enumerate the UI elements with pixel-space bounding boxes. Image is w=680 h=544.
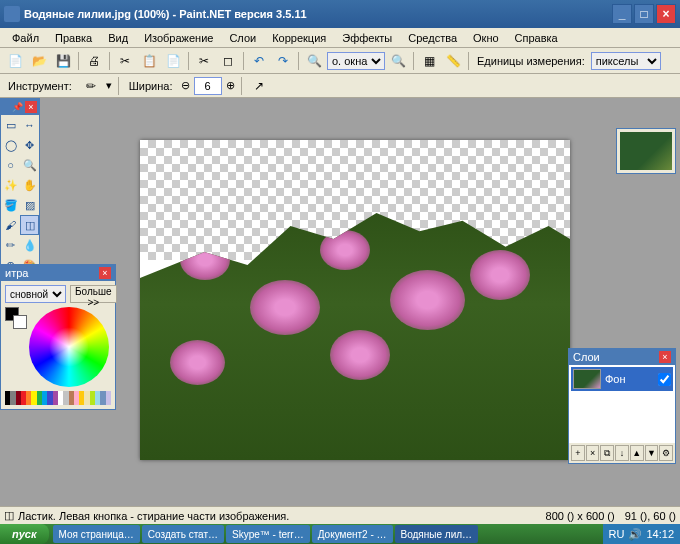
taskbar-item[interactable]: Создать стат… (142, 525, 224, 543)
grid-icon[interactable]: ▦ (418, 50, 440, 72)
separator (78, 52, 79, 70)
tool-rect-select[interactable]: ▭ (1, 115, 20, 135)
app-icon (4, 6, 20, 22)
deselect-icon[interactable]: ◻ (217, 50, 239, 72)
palette (5, 391, 111, 405)
zoom-out-icon[interactable]: 🔍 (303, 50, 325, 72)
redo-icon[interactable]: ↷ (272, 50, 294, 72)
copy-icon[interactable]: 📋 (138, 50, 160, 72)
new-icon[interactable]: 📄 (4, 50, 26, 72)
merge-layer-icon[interactable]: ↓ (615, 445, 629, 461)
antialias-icon[interactable]: ↗ (248, 75, 270, 97)
paste-icon[interactable]: 📄 (162, 50, 184, 72)
units-label: Единицы измерения: (473, 55, 589, 67)
tool-move-sel[interactable]: ✥ (20, 135, 39, 155)
menu-window[interactable]: Окно (465, 30, 507, 46)
menu-layers[interactable]: Слои (221, 30, 264, 46)
move-up-icon[interactable]: ▲ (630, 445, 644, 461)
duplicate-layer-icon[interactable]: ⧉ (600, 445, 614, 461)
undo-icon[interactable]: ↶ (248, 50, 270, 72)
layer-item[interactable]: Фон (571, 367, 673, 391)
menu-help[interactable]: Справка (507, 30, 566, 46)
menu-adjust[interactable]: Коррекция (264, 30, 334, 46)
color-swatches[interactable] (5, 307, 23, 335)
taskbar: пуск Моя страница…Создать стат…Skype™ - … (0, 524, 680, 544)
canvas[interactable] (140, 140, 570, 460)
tool-ellipse-select[interactable]: ○ (1, 155, 20, 175)
colors-panel: итра × сновной Больше >> (0, 264, 116, 410)
move-down-icon[interactable]: ▼ (645, 445, 659, 461)
tray-icon[interactable]: 🔊 (628, 528, 642, 541)
tool-brush[interactable]: 🖌 (1, 215, 20, 235)
tools-panel-title[interactable]: 📌 × (1, 99, 39, 115)
color-wheel[interactable] (29, 307, 109, 387)
add-layer-icon[interactable]: + (571, 445, 585, 461)
zoom-select[interactable]: о. окна (327, 52, 385, 70)
units-select[interactable]: пикселы (591, 52, 661, 70)
delete-layer-icon[interactable]: × (586, 445, 600, 461)
pin-icon[interactable]: 📌 (12, 102, 23, 112)
close-icon[interactable]: × (25, 101, 37, 113)
status-coords: 91 (), 60 () (625, 510, 676, 522)
close-icon[interactable]: × (99, 267, 111, 279)
cut-icon[interactable]: ✂ (114, 50, 136, 72)
thumbnail-image (620, 132, 672, 170)
minus-icon[interactable]: ⊖ (181, 79, 190, 92)
current-tool-icon[interactable]: ✏ (80, 75, 102, 97)
tool-magic-wand[interactable]: ✨ (1, 175, 20, 195)
tool-zoom[interactable]: 🔍 (20, 155, 39, 175)
menu-tools[interactable]: Средства (400, 30, 465, 46)
tool-pan[interactable]: ✋ (20, 175, 39, 195)
save-icon[interactable]: 💾 (52, 50, 74, 72)
statusbar: ◫ Ластик. Левая кнопка - стирание части … (0, 506, 680, 524)
tool-pencil[interactable]: ✏ (1, 235, 20, 255)
crop-icon[interactable]: ✂ (193, 50, 215, 72)
tool-gradient[interactable]: ▨ (20, 195, 39, 215)
close-icon[interactable]: × (659, 351, 671, 363)
menu-edit[interactable]: Правка (47, 30, 100, 46)
lang-indicator[interactable]: RU (609, 528, 625, 540)
eraser-icon: ◫ (4, 509, 14, 522)
system-tray[interactable]: RU 🔊 14:12 (603, 524, 680, 544)
menu-view[interactable]: Вид (100, 30, 136, 46)
print-icon[interactable]: 🖨 (83, 50, 105, 72)
menu-image[interactable]: Изображение (136, 30, 221, 46)
tool-eraser[interactable]: ◫ (20, 215, 39, 235)
close-button[interactable]: × (656, 4, 676, 24)
thumbnail-panel[interactable] (616, 128, 676, 174)
taskbar-item[interactable]: Документ2 - … (312, 525, 393, 543)
zoom-in-icon[interactable]: 🔍 (387, 50, 409, 72)
taskbar-item[interactable]: Моя страница… (53, 525, 140, 543)
width-input[interactable] (194, 77, 222, 95)
clock[interactable]: 14:12 (646, 528, 674, 540)
layers-panel-title[interactable]: Слои × (569, 349, 675, 365)
menu-effects[interactable]: Эффекты (334, 30, 400, 46)
menu-file[interactable]: Файл (4, 30, 47, 46)
separator (243, 52, 244, 70)
separator (109, 52, 110, 70)
layer-visible-checkbox[interactable] (658, 373, 671, 386)
secondary-color[interactable] (13, 315, 27, 329)
tool-fill[interactable]: 🪣 (1, 195, 20, 215)
taskbar-item[interactable]: Водяные лил… (395, 525, 479, 543)
layer-thumb (573, 369, 601, 389)
properties-icon[interactable]: ⚙ (659, 445, 673, 461)
separator (413, 52, 414, 70)
tool-lasso[interactable]: ◯ (1, 135, 20, 155)
minimize-button[interactable]: _ (612, 4, 632, 24)
separator (188, 52, 189, 70)
main-toolbar: 📄 📂 💾 🖨 ✂ 📋 📄 ✂ ◻ ↶ ↷ 🔍 о. окна 🔍 ▦ 📏 Ед… (0, 48, 680, 74)
more-button[interactable]: Больше >> (70, 285, 117, 303)
palette-cell[interactable] (106, 391, 111, 405)
plus-icon[interactable]: ⊕ (226, 79, 235, 92)
colors-panel-title[interactable]: итра × (1, 265, 115, 281)
ruler-icon[interactable]: 📏 (442, 50, 464, 72)
start-button[interactable]: пуск (0, 524, 49, 544)
open-icon[interactable]: 📂 (28, 50, 50, 72)
color-mode-select[interactable]: сновной (5, 285, 66, 303)
window-title: Водяные лилии.jpg (100%) - Paint.NET вер… (24, 8, 612, 20)
taskbar-item[interactable]: Skype™ - terr… (226, 525, 310, 543)
tool-move[interactable]: ↔ (20, 115, 39, 135)
maximize-button[interactable]: □ (634, 4, 654, 24)
tool-picker[interactable]: 💧 (20, 235, 39, 255)
